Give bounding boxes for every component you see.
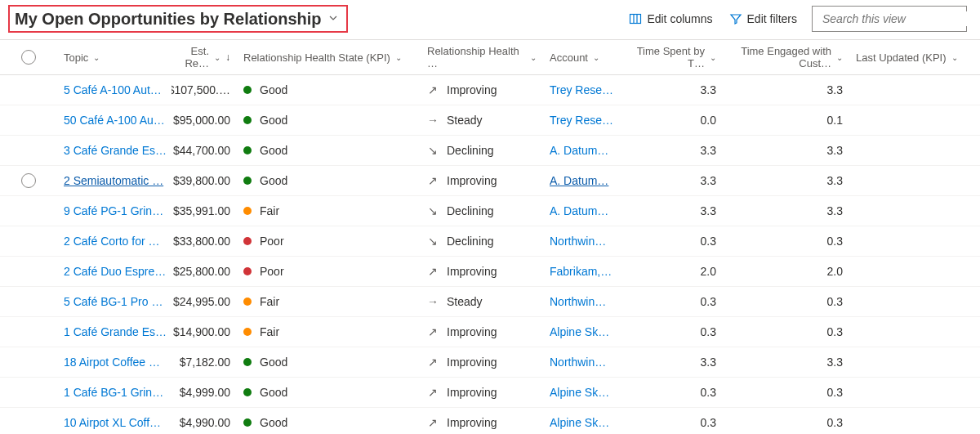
account-link[interactable]: A. Datum… [550,174,608,187]
cell-topic: 5 Café A-100 Aut… [57,83,172,96]
topic-link[interactable]: 3 Café Grande Es… [64,144,167,157]
cell-trend: ↗Improving [421,356,543,369]
cell-topic: 2 Café Corto for … [57,235,172,248]
table-row[interactable]: 2 Café Corto for …$33,800.00Poor↘Declini… [0,226,980,257]
cell-account: Alpine Sk… [543,386,629,399]
table-row[interactable]: 9 Café PG-1 Grin…$35,991.00Fair↘Declinin… [0,196,980,226]
account-link[interactable]: Trey Rese… [550,114,613,127]
health-dot-icon [243,207,252,215]
account-link[interactable]: A. Datum… [550,204,608,217]
health-label: Poor [260,265,284,278]
edit-columns-button[interactable]: Edit columns [621,9,720,29]
account-link[interactable]: Fabrikam,… [550,265,612,278]
cell-time-spent: 0.0 [629,114,723,127]
cell-time-engaged: 3.3 [723,83,849,96]
cell-health: Good [237,114,421,127]
col-header-est[interactable]: Est. Re… ⌄ ↓ [172,45,237,69]
cell-account: Northwin… [543,295,629,308]
cell-trend: ↘Declining [421,144,543,157]
select-all[interactable] [0,50,57,65]
cell-trend: →Steady [421,114,543,127]
account-link[interactable]: Northwin… [550,235,606,248]
table-row[interactable]: 10 Airpot XL Coff…$4,990.00Good↗Improvin… [0,408,980,434]
table-row[interactable]: 5 Café BG-1 Pro …$24,995.00Fair→SteadyNo… [0,287,980,317]
account-link[interactable]: Alpine Sk… [550,325,609,338]
row-select[interactable] [0,173,57,188]
col-header-time2[interactable]: Time Engaged with Cust… ⌄ [723,45,849,69]
edit-filters-button[interactable]: Edit filters [721,9,805,29]
toolbar: My Open Opportunities by Relationship Ed… [0,0,980,39]
cell-est: $35,991.00 [172,204,237,217]
cell-time-engaged: 0.3 [723,235,849,248]
cell-time-spent: 3.3 [629,174,723,187]
topic-link[interactable]: 5 Café BG-1 Pro … [64,295,163,308]
cell-time-spent: 0.3 [629,386,723,399]
cell-trend: ↘Declining [421,235,543,248]
topic-link[interactable]: 2 Semiautomatic … [64,174,163,187]
table-row[interactable]: 18 Airpot Coffee …$7,182.00Good↗Improvin… [0,347,980,378]
trend-arrow-icon: ↗ [427,356,439,369]
health-dot-icon [243,328,252,336]
account-link[interactable]: Northwin… [550,356,606,369]
cell-est: $14,900.00 [172,325,237,338]
topic-link[interactable]: 1 Café Grande Es… [64,325,167,338]
account-link[interactable]: A. Datum… [550,144,608,157]
trend-label: Steady [447,295,483,308]
trend-arrow-icon: ↘ [427,204,439,217]
health-dot-icon [243,86,252,94]
col-header-account[interactable]: Account ⌄ [543,51,629,64]
table-row[interactable]: 2 Café Duo Espre…$25,800.00Poor↗Improvin… [0,257,980,287]
col-header-label: Topic [64,51,88,64]
col-header-updated[interactable]: Last Updated (KPI) ⌄ [849,51,972,64]
topic-link[interactable]: 2 Café Duo Espre… [64,265,166,278]
cell-est: $44,700.00 [172,144,237,157]
search-box[interactable] [812,6,967,32]
cell-account: A. Datum… [543,204,629,217]
view-selector[interactable]: My Open Opportunities by Relationship [8,5,348,33]
cell-est: $24,995.00 [172,295,237,308]
col-header-label: Est. Re… [178,45,209,69]
account-link[interactable]: Trey Rese… [550,83,613,96]
col-header-health[interactable]: Relationship Health State (KPI) ⌄ [237,51,421,64]
col-header-topic[interactable]: Topic ⌄ [57,51,172,64]
table-row[interactable]: 5 Café A-100 Aut…$107,500.…Good↗Improvin… [0,75,980,105]
health-dot-icon [243,267,252,275]
col-header-time1[interactable]: Time Spent by T… ⌄ [629,45,723,69]
radio-icon [21,50,36,65]
trend-arrow-icon: → [427,114,439,127]
cell-time-spent: 3.3 [629,144,723,157]
table-row[interactable]: 50 Café A-100 Au…$95,000.00Good→SteadyTr… [0,105,980,136]
cell-health: Fair [237,295,421,308]
account-link[interactable]: Alpine Sk… [550,386,609,399]
cell-trend: ↗Improving [421,386,543,399]
cell-health: Poor [237,235,421,248]
topic-link[interactable]: 18 Airpot Coffee … [64,356,160,369]
account-link[interactable]: Northwin… [550,295,606,308]
col-header-trend[interactable]: Relationship Health … ⌄ [421,45,543,69]
chevron-down-icon: ⌄ [710,53,716,62]
trend-arrow-icon: ↗ [427,416,439,429]
chevron-down-icon: ⌄ [951,53,958,62]
topic-link[interactable]: 10 Airpot XL Coff… [64,416,161,429]
cell-account: Trey Rese… [543,114,629,127]
cell-health: Good [237,83,421,96]
account-link[interactable]: Alpine Sk… [550,416,609,429]
edit-filters-label: Edit filters [747,12,797,25]
table-row[interactable]: 3 Café Grande Es…$44,700.00Good↘Declinin… [0,136,980,166]
trend-label: Improving [447,356,497,369]
cell-time-engaged: 3.3 [723,204,849,217]
topic-link[interactable]: 1 Café BG-1 Grin… [64,386,163,399]
topic-link[interactable]: 2 Café Corto for … [64,235,160,248]
table-row[interactable]: 1 Café Grande Es…$14,900.00Fair↗Improvin… [0,317,980,347]
topic-link[interactable]: 50 Café A-100 Au… [64,114,165,127]
topic-link[interactable]: 5 Café A-100 Aut… [64,83,162,96]
cell-health: Good [237,174,421,187]
trend-label: Improving [447,174,497,187]
topic-link[interactable]: 9 Café PG-1 Grin… [64,204,163,217]
search-input[interactable] [821,11,969,26]
cell-account: Alpine Sk… [543,416,629,429]
table-row[interactable]: 1 Café BG-1 Grin…$4,999.00Good↗Improving… [0,378,980,408]
cell-account: Northwin… [543,235,629,248]
cell-est: $95,000.00 [172,114,237,127]
table-row[interactable]: 2 Semiautomatic …$39,800.00Good↗Improvin… [0,166,980,196]
